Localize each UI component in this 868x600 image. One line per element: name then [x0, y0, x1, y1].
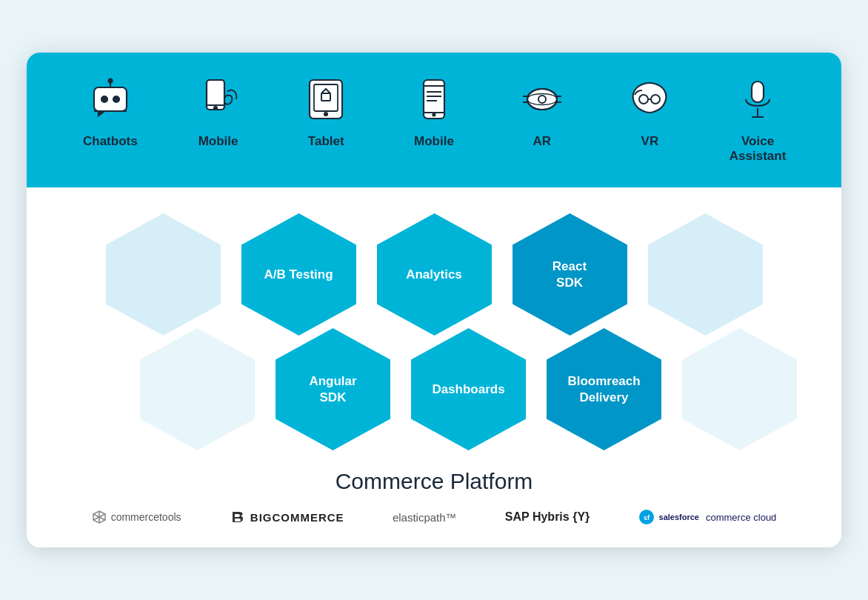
main-card: Chatbots Mobile [27, 53, 841, 548]
svg-point-20 [433, 113, 435, 116]
mobile1-label: Mobile [198, 134, 238, 149]
mobile-touch-icon [193, 73, 244, 125]
react-sdk-label: ReactSDK [545, 251, 594, 299]
elasticpath-text: elasticpath™ [393, 511, 457, 524]
commerce-platform-title: Commerce Platform [56, 469, 812, 494]
tablet-icon [300, 73, 352, 125]
svg-marker-39 [140, 328, 255, 450]
hex-ab-testing: A/B Testing [234, 210, 364, 339]
hex-bloomreach: BloomreachDelivery [539, 324, 669, 454]
voice-label: VoiceAssistant [730, 134, 787, 164]
logo-sap: SAP Hybris {Y} [505, 510, 590, 524]
channel-ar: AR [505, 73, 579, 149]
vr-icon [624, 73, 675, 125]
mobile2-label: Mobile [414, 134, 454, 149]
hex-analytics: Analytics [370, 210, 499, 339]
svg-point-1 [101, 96, 107, 102]
svg-text:sf: sf [644, 514, 650, 521]
hex-light-3 [133, 324, 262, 454]
bottom-section: A/B Testing Analytics [27, 187, 841, 547]
svg-point-12 [324, 113, 327, 116]
hex-light-4 [675, 324, 804, 454]
ar-label: AR [533, 134, 551, 149]
channel-tablet: Tablet [289, 73, 363, 149]
svg-rect-31 [752, 81, 764, 102]
commercetools-text: commercetools [111, 511, 181, 523]
channel-mobile2: Mobile [397, 73, 471, 149]
svg-point-2 [113, 96, 119, 102]
svg-point-4 [108, 79, 112, 82]
hex-light-1 [99, 210, 228, 339]
hex-light-2 [641, 210, 770, 339]
ar-icon [516, 73, 568, 125]
svg-point-9 [214, 107, 217, 110]
microphone-icon [732, 73, 784, 125]
ab-testing-label: A/B Testing [256, 259, 340, 290]
salesforce-text: salesforce [659, 513, 699, 521]
hex-dashboards: Dashboards [404, 324, 533, 454]
sap-text: SAP Hybris {Y} [505, 510, 590, 524]
logo-bigcommerce: BIGCOMMERCE [230, 509, 344, 525]
mobile-web-icon [408, 73, 460, 125]
bigcommerce-text: BIGCOMMERCE [250, 511, 344, 524]
chatbot-icon [84, 73, 136, 125]
analytics-label: Analytics [398, 259, 470, 290]
top-section: Chatbots Mobile [27, 53, 841, 188]
angular-sdk-label: AngularSDK [301, 366, 364, 413]
chatbots-label: Chatbots [83, 134, 138, 149]
logo-elasticpath: elasticpath™ [393, 511, 457, 524]
commerce-cloud-text: commerce cloud [706, 512, 776, 523]
logo-salesforce: sf salesforce commerce cloud [638, 509, 777, 525]
bloomreach-label: BloomreachDelivery [560, 366, 647, 413]
hex-react-sdk: ReactSDK [505, 210, 635, 339]
channel-chatbots: Chatbots [73, 73, 147, 149]
honeycomb: A/B Testing Analytics [56, 210, 812, 454]
svg-marker-38 [648, 213, 763, 336]
svg-marker-34 [106, 213, 221, 336]
logos-row: commercetools BIGCOMMERCE elasticpath™ S… [56, 509, 812, 525]
dashboards-label: Dashboards [424, 374, 512, 405]
channel-voice: VoiceAssistant [721, 73, 795, 164]
svg-marker-43 [682, 328, 797, 450]
hex-angular-sdk: AngularSDK [268, 324, 398, 454]
hex-row-2: AngularSDK Dashboards [130, 324, 807, 454]
channel-vr: VR [612, 73, 687, 149]
logo-commercetools: commercetools [92, 510, 181, 524]
channel-mobile1: Mobile [181, 73, 256, 149]
tablet-label: Tablet [308, 134, 344, 149]
hex-row-1: A/B Testing Analytics [96, 210, 773, 339]
svg-rect-0 [94, 87, 127, 111]
vr-label: VR [641, 134, 659, 149]
